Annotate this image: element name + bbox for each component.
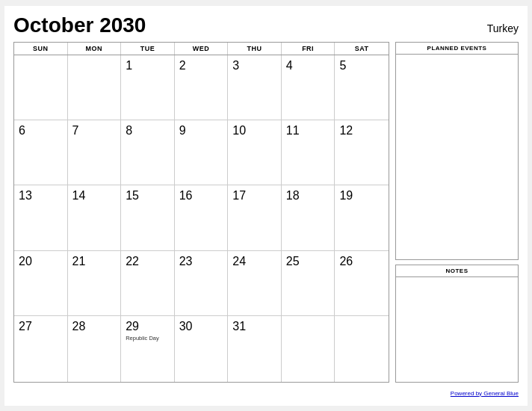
calendar-cell: 12 bbox=[335, 120, 389, 185]
calendar-cell: 14 bbox=[68, 185, 122, 250]
cell-day-number: 12 bbox=[339, 123, 384, 137]
cell-day-number: 8 bbox=[126, 123, 170, 137]
calendar-cell: 3 bbox=[228, 55, 282, 120]
calendar-cell: 11 bbox=[282, 120, 335, 185]
cell-day-number: 20 bbox=[19, 254, 63, 268]
calendar-cell: 4 bbox=[282, 55, 335, 120]
calendar-grid: 1234567891011121314151617181920212223242… bbox=[14, 55, 389, 382]
cell-day-number: 1 bbox=[126, 58, 170, 72]
cell-day-number: 3 bbox=[232, 58, 276, 72]
cell-day-number: 16 bbox=[179, 188, 223, 203]
calendar-cell: 15 bbox=[121, 185, 175, 250]
month-title: October 2030 bbox=[13, 13, 146, 37]
planned-events-title: PLANNED EVENTS bbox=[396, 43, 518, 55]
right-section: PLANNED EVENTS NOTES bbox=[395, 42, 519, 383]
cell-day-number: 17 bbox=[232, 188, 276, 203]
calendar-cell: 23 bbox=[175, 251, 229, 316]
cell-day-number: 11 bbox=[286, 123, 330, 137]
cell-day-number: 13 bbox=[19, 188, 63, 203]
header: October 2030 Turkey bbox=[13, 13, 519, 37]
calendar-cell bbox=[68, 55, 122, 120]
calendar-cell: 27 bbox=[14, 316, 68, 381]
notes-content bbox=[396, 277, 518, 382]
calendar-cell: 18 bbox=[282, 185, 335, 250]
day-mon: MON bbox=[68, 43, 122, 55]
day-thu: THU bbox=[228, 43, 282, 55]
calendar-cell: 2 bbox=[175, 55, 229, 120]
cell-day-number: 21 bbox=[72, 254, 117, 268]
day-wed: WED bbox=[175, 43, 229, 55]
cell-day-number: 24 bbox=[232, 254, 276, 268]
calendar-cell: 21 bbox=[68, 251, 122, 316]
calendar-cell: 5 bbox=[335, 55, 389, 120]
main-area: SUN MON TUE WED THU FRI SAT 123456789101… bbox=[13, 42, 519, 383]
cell-day-number: 14 bbox=[72, 188, 117, 203]
calendar-cell: 7 bbox=[68, 120, 122, 185]
calendar-cell: 6 bbox=[14, 120, 68, 185]
cell-day-number: 9 bbox=[179, 123, 223, 137]
calendar-cell: 20 bbox=[14, 251, 68, 316]
calendar-cell: 31 bbox=[228, 316, 282, 381]
cell-day-number: 25 bbox=[286, 254, 330, 268]
cell-day-number: 6 bbox=[19, 123, 63, 137]
cell-day-number: 28 bbox=[72, 319, 117, 333]
powered-by-link[interactable]: Powered by General Blue bbox=[451, 390, 519, 397]
day-tue: TUE bbox=[121, 43, 175, 55]
calendar-cell bbox=[282, 316, 335, 381]
cell-event-label: Republic Day bbox=[126, 335, 170, 342]
calendar-cell: 22 bbox=[121, 251, 175, 316]
cell-day-number: 30 bbox=[179, 319, 223, 333]
cell-day-number: 7 bbox=[72, 123, 117, 137]
calendar-cell: 26 bbox=[335, 251, 389, 316]
calendar-cell: 19 bbox=[335, 185, 389, 250]
calendar-cell: 8 bbox=[121, 120, 175, 185]
calendar-cell: 25 bbox=[282, 251, 335, 316]
calendar-cell: 1 bbox=[121, 55, 175, 120]
cell-day-number: 15 bbox=[126, 188, 170, 203]
day-fri: FRI bbox=[282, 43, 335, 55]
cell-day-number: 29 bbox=[126, 319, 170, 333]
calendar-cell: 24 bbox=[228, 251, 282, 316]
calendar-section: SUN MON TUE WED THU FRI SAT 123456789101… bbox=[13, 42, 389, 383]
cell-day-number: 22 bbox=[126, 254, 170, 268]
cell-day-number: 27 bbox=[19, 319, 63, 333]
calendar-cell bbox=[335, 316, 389, 381]
country-title: Turkey bbox=[487, 22, 519, 34]
calendar-cell: 30 bbox=[175, 316, 229, 381]
cell-day-number: 5 bbox=[339, 58, 384, 72]
footer: Powered by General Blue bbox=[13, 385, 519, 398]
day-sat: SAT bbox=[335, 43, 389, 55]
cell-day-number: 26 bbox=[339, 254, 384, 268]
cell-day-number: 23 bbox=[179, 254, 223, 268]
cell-day-number: 31 bbox=[232, 319, 276, 333]
cell-day-number: 10 bbox=[232, 123, 276, 137]
calendar-cell: 28 bbox=[68, 316, 122, 381]
planned-events-box: PLANNED EVENTS bbox=[395, 42, 519, 260]
cell-day-number: 18 bbox=[286, 188, 330, 203]
calendar-cell: 13 bbox=[14, 185, 68, 250]
planned-events-content bbox=[396, 55, 518, 259]
calendar-cell: 29Republic Day bbox=[121, 316, 175, 381]
calendar-page: October 2030 Turkey SUN MON TUE WED THU … bbox=[4, 6, 528, 406]
calendar-cell: 16 bbox=[175, 185, 229, 250]
cell-day-number: 2 bbox=[179, 58, 223, 72]
cell-day-number: 4 bbox=[286, 58, 330, 72]
notes-title: NOTES bbox=[396, 265, 518, 277]
day-sun: SUN bbox=[14, 43, 68, 55]
cell-day-number: 19 bbox=[339, 188, 384, 203]
notes-box: NOTES bbox=[395, 265, 519, 383]
calendar-cell bbox=[14, 55, 68, 120]
day-headers: SUN MON TUE WED THU FRI SAT bbox=[14, 43, 389, 55]
calendar-cell: 10 bbox=[228, 120, 282, 185]
calendar-cell: 17 bbox=[228, 185, 282, 250]
calendar-cell: 9 bbox=[175, 120, 229, 185]
